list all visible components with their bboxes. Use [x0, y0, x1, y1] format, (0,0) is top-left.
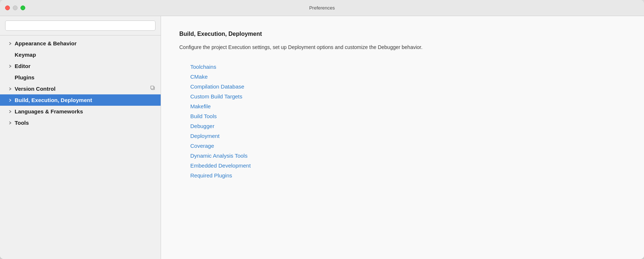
sidebar-item-label: Languages & Frameworks	[15, 108, 83, 115]
sidebar: Appearance & Behavior Keymap Editor Plug…	[0, 16, 161, 259]
sidebar-item-label: Appearance & Behavior	[15, 40, 76, 46]
content-link-required-plugins[interactable]: Required Plugins	[190, 171, 626, 180]
close-button[interactable]	[5, 5, 10, 10]
main-content: Appearance & Behavior Keymap Editor Plug…	[0, 16, 644, 259]
sidebar-item-appearance[interactable]: Appearance & Behavior	[0, 38, 161, 49]
title-bar: Preferences	[0, 0, 644, 16]
content-area: Build, Execution, Deployment Configure t…	[161, 16, 644, 259]
preferences-window: Preferences	[0, 0, 644, 259]
sidebar-item-languages[interactable]: Languages & Frameworks	[0, 106, 161, 117]
chevron-icon	[7, 86, 13, 92]
sidebar-item-label: Version Control	[15, 86, 56, 92]
content-link-cmake[interactable]: CMake	[190, 72, 626, 81]
copy-icon	[150, 86, 156, 92]
sidebar-item-label: Tools	[15, 120, 29, 126]
content-link-deployment[interactable]: Deployment	[190, 131, 626, 140]
sidebar-item-label: Keymap	[15, 52, 36, 58]
sidebar-item-label: Editor	[15, 63, 30, 69]
content-link-debugger[interactable]: Debugger	[190, 121, 626, 131]
sidebar-item-editor[interactable]: Editor	[0, 60, 161, 72]
chevron-icon	[7, 120, 13, 126]
search-input[interactable]	[5, 20, 156, 31]
content-title: Build, Execution, Deployment	[179, 31, 626, 37]
chevron-icon	[7, 97, 13, 103]
links-list: ToolchainsCMakeCompilation DatabaseCusto…	[179, 62, 626, 180]
nav-list: Appearance & Behavior Keymap Editor Plug…	[0, 35, 161, 259]
sidebar-item-label: Build, Execution, Deployment	[15, 97, 92, 103]
sidebar-item-version-control[interactable]: Version Control	[0, 83, 161, 94]
chevron-icon	[7, 41, 13, 46]
sidebar-item-tools[interactable]: Tools	[0, 117, 161, 128]
content-link-compilation-database[interactable]: Compilation Database	[190, 82, 626, 91]
sidebar-item-label: Plugins	[15, 74, 34, 80]
content-link-build-tools[interactable]: Build Tools	[190, 112, 626, 121]
content-link-makefile[interactable]: Makefile	[190, 102, 626, 111]
content-link-dynamic-analysis-tools[interactable]: Dynamic Analysis Tools	[190, 151, 626, 160]
content-link-embedded-development[interactable]: Embedded Development	[190, 161, 626, 170]
traffic-lights	[5, 5, 25, 10]
content-link-coverage[interactable]: Coverage	[190, 141, 626, 150]
search-wrapper	[5, 20, 156, 31]
sidebar-item-keymap[interactable]: Keymap	[0, 49, 161, 60]
svg-rect-3	[151, 86, 154, 89]
content-link-toolchains[interactable]: Toolchains	[190, 62, 626, 71]
window-title: Preferences	[309, 5, 335, 11]
maximize-button[interactable]	[20, 5, 25, 10]
search-container	[0, 16, 161, 35]
sidebar-item-plugins[interactable]: Plugins	[0, 72, 161, 83]
content-description: Configure the project Execution settings…	[179, 43, 509, 51]
minimize-button[interactable]	[13, 5, 18, 10]
sidebar-item-build-execution[interactable]: Build, Execution, Deployment	[0, 94, 161, 106]
chevron-icon	[7, 63, 13, 69]
chevron-icon	[7, 109, 13, 115]
content-link-custom-build-targets[interactable]: Custom Build Targets	[190, 92, 626, 101]
